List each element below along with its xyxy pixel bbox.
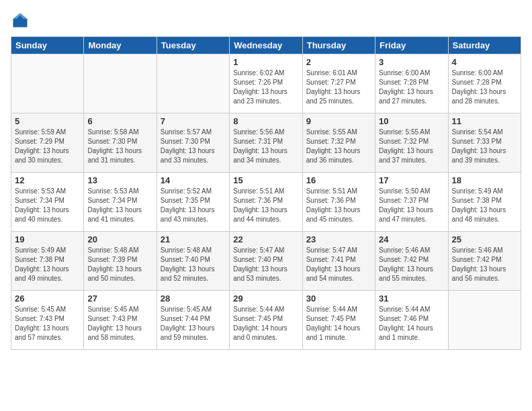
- day-number: 17: [379, 175, 444, 185]
- calendar-cell: [448, 291, 521, 350]
- day-number: 1: [233, 57, 298, 67]
- calendar-cell: 4Sunrise: 6:00 AM Sunset: 7:28 PM Daylig…: [448, 54, 521, 113]
- day-info: Sunrise: 5:48 AM Sunset: 7:40 PM Dayligh…: [161, 246, 226, 283]
- calendar-cell: 20Sunrise: 5:48 AM Sunset: 7:39 PM Dayli…: [84, 232, 157, 291]
- day-number: 15: [233, 175, 298, 185]
- day-number: 4: [452, 57, 517, 67]
- calendar-cell: 3Sunrise: 6:00 AM Sunset: 7:28 PM Daylig…: [375, 54, 448, 113]
- day-info: Sunrise: 5:47 AM Sunset: 7:41 PM Dayligh…: [306, 246, 371, 283]
- day-info: Sunrise: 5:57 AM Sunset: 7:30 PM Dayligh…: [161, 128, 226, 165]
- calendar-cell: 10Sunrise: 5:55 AM Sunset: 7:32 PM Dayli…: [375, 113, 448, 173]
- calendar-cell: 14Sunrise: 5:52 AM Sunset: 7:35 PM Dayli…: [157, 173, 229, 232]
- day-info: Sunrise: 6:00 AM Sunset: 7:28 PM Dayligh…: [379, 68, 444, 106]
- weekday-header: Wednesday: [230, 37, 302, 54]
- weekday-header: Thursday: [302, 37, 375, 54]
- day-number: 19: [15, 234, 80, 244]
- day-info: Sunrise: 5:54 AM Sunset: 7:33 PM Dayligh…: [452, 128, 517, 165]
- day-info: Sunrise: 6:01 AM Sunset: 7:27 PM Dayligh…: [306, 68, 371, 106]
- day-number: 27: [87, 293, 152, 304]
- day-info: Sunrise: 5:52 AM Sunset: 7:35 PM Dayligh…: [161, 187, 226, 224]
- day-info: Sunrise: 5:44 AM Sunset: 7:45 PM Dayligh…: [306, 305, 371, 342]
- calendar-cell: [11, 54, 84, 113]
- logo: [11, 11, 32, 30]
- day-number: 3: [379, 57, 444, 67]
- day-number: 28: [161, 293, 226, 304]
- day-info: Sunrise: 5:56 AM Sunset: 7:31 PM Dayligh…: [233, 128, 298, 165]
- calendar-week-row: 19Sunrise: 5:49 AM Sunset: 7:38 PM Dayli…: [11, 232, 521, 291]
- day-number: 29: [233, 293, 298, 304]
- day-info: Sunrise: 5:47 AM Sunset: 7:40 PM Dayligh…: [233, 246, 298, 283]
- calendar-week-row: 1Sunrise: 6:02 AM Sunset: 7:26 PM Daylig…: [11, 54, 521, 113]
- weekday-header: Friday: [375, 37, 448, 54]
- day-number: 7: [161, 116, 226, 126]
- day-number: 23: [306, 234, 371, 244]
- day-info: Sunrise: 5:49 AM Sunset: 7:38 PM Dayligh…: [15, 246, 80, 283]
- weekday-header: Monday: [84, 37, 157, 54]
- calendar-cell: 8Sunrise: 5:56 AM Sunset: 7:31 PM Daylig…: [230, 113, 302, 173]
- day-number: 21: [161, 234, 226, 244]
- calendar-cell: 12Sunrise: 5:53 AM Sunset: 7:34 PM Dayli…: [11, 173, 84, 232]
- calendar-cell: 27Sunrise: 5:45 AM Sunset: 7:43 PM Dayli…: [84, 291, 157, 350]
- day-info: Sunrise: 5:49 AM Sunset: 7:38 PM Dayligh…: [452, 187, 517, 224]
- calendar-cell: 9Sunrise: 5:55 AM Sunset: 7:32 PM Daylig…: [302, 113, 375, 173]
- day-info: Sunrise: 5:50 AM Sunset: 7:37 PM Dayligh…: [379, 187, 444, 224]
- logo-icon: [11, 11, 30, 30]
- day-number: 11: [452, 116, 517, 126]
- weekday-header: Tuesday: [157, 37, 229, 54]
- day-number: 6: [87, 116, 152, 126]
- calendar-cell: 22Sunrise: 5:47 AM Sunset: 7:40 PM Dayli…: [230, 232, 302, 291]
- calendar-cell: 11Sunrise: 5:54 AM Sunset: 7:33 PM Dayli…: [448, 113, 521, 173]
- day-number: 25: [452, 234, 517, 244]
- day-number: 31: [379, 293, 444, 304]
- weekday-header: Sunday: [11, 37, 84, 54]
- calendar-cell: 16Sunrise: 5:51 AM Sunset: 7:36 PM Dayli…: [302, 173, 375, 232]
- calendar-week-row: 5Sunrise: 5:59 AM Sunset: 7:29 PM Daylig…: [11, 113, 521, 173]
- day-number: 18: [452, 175, 517, 185]
- day-info: Sunrise: 5:53 AM Sunset: 7:34 PM Dayligh…: [87, 187, 152, 224]
- calendar-cell: 21Sunrise: 5:48 AM Sunset: 7:40 PM Dayli…: [157, 232, 229, 291]
- day-number: 30: [306, 293, 371, 304]
- day-number: 22: [233, 234, 298, 244]
- day-number: 2: [306, 57, 371, 67]
- day-info: Sunrise: 5:46 AM Sunset: 7:42 PM Dayligh…: [452, 246, 517, 283]
- calendar-cell: 24Sunrise: 5:46 AM Sunset: 7:42 PM Dayli…: [375, 232, 448, 291]
- calendar-cell: 13Sunrise: 5:53 AM Sunset: 7:34 PM Dayli…: [84, 173, 157, 232]
- weekday-header: Saturday: [448, 37, 521, 54]
- calendar-cell: 7Sunrise: 5:57 AM Sunset: 7:30 PM Daylig…: [157, 113, 229, 173]
- day-number: 14: [161, 175, 226, 185]
- day-info: Sunrise: 5:53 AM Sunset: 7:34 PM Dayligh…: [15, 187, 80, 224]
- calendar-cell: 30Sunrise: 5:44 AM Sunset: 7:45 PM Dayli…: [302, 291, 375, 350]
- calendar-cell: 26Sunrise: 5:45 AM Sunset: 7:43 PM Dayli…: [11, 291, 84, 350]
- calendar-header-row: SundayMondayTuesdayWednesdayThursdayFrid…: [11, 37, 521, 54]
- calendar-cell: 23Sunrise: 5:47 AM Sunset: 7:41 PM Dayli…: [302, 232, 375, 291]
- calendar-table: SundayMondayTuesdayWednesdayThursdayFrid…: [11, 36, 521, 350]
- calendar-cell: 25Sunrise: 5:46 AM Sunset: 7:42 PM Dayli…: [448, 232, 521, 291]
- day-info: Sunrise: 6:00 AM Sunset: 7:28 PM Dayligh…: [452, 68, 517, 106]
- day-info: Sunrise: 5:59 AM Sunset: 7:29 PM Dayligh…: [15, 128, 80, 165]
- calendar-cell: 31Sunrise: 5:44 AM Sunset: 7:46 PM Dayli…: [375, 291, 448, 350]
- day-number: 10: [379, 116, 444, 126]
- day-number: 12: [15, 175, 80, 185]
- day-number: 26: [15, 293, 80, 304]
- day-info: Sunrise: 5:51 AM Sunset: 7:36 PM Dayligh…: [306, 187, 371, 224]
- day-number: 8: [233, 116, 298, 126]
- day-number: 20: [87, 234, 152, 244]
- day-info: Sunrise: 6:02 AM Sunset: 7:26 PM Dayligh…: [233, 68, 298, 106]
- calendar-cell: 6Sunrise: 5:58 AM Sunset: 7:30 PM Daylig…: [84, 113, 157, 173]
- day-number: 9: [306, 116, 371, 126]
- calendar-cell: [84, 54, 157, 113]
- calendar-cell: 2Sunrise: 6:01 AM Sunset: 7:27 PM Daylig…: [302, 54, 375, 113]
- day-number: 24: [379, 234, 444, 244]
- day-number: 5: [15, 116, 80, 126]
- day-info: Sunrise: 5:45 AM Sunset: 7:43 PM Dayligh…: [15, 305, 80, 342]
- page-header: [11, 11, 521, 30]
- calendar-week-row: 12Sunrise: 5:53 AM Sunset: 7:34 PM Dayli…: [11, 173, 521, 232]
- day-info: Sunrise: 5:51 AM Sunset: 7:36 PM Dayligh…: [233, 187, 298, 224]
- day-info: Sunrise: 5:55 AM Sunset: 7:32 PM Dayligh…: [379, 128, 444, 165]
- day-info: Sunrise: 5:45 AM Sunset: 7:43 PM Dayligh…: [87, 305, 152, 342]
- day-info: Sunrise: 5:58 AM Sunset: 7:30 PM Dayligh…: [87, 128, 152, 165]
- calendar-cell: 1Sunrise: 6:02 AM Sunset: 7:26 PM Daylig…: [230, 54, 302, 113]
- day-info: Sunrise: 5:48 AM Sunset: 7:39 PM Dayligh…: [87, 246, 152, 283]
- calendar-cell: 29Sunrise: 5:44 AM Sunset: 7:45 PM Dayli…: [230, 291, 302, 350]
- day-number: 16: [306, 175, 371, 185]
